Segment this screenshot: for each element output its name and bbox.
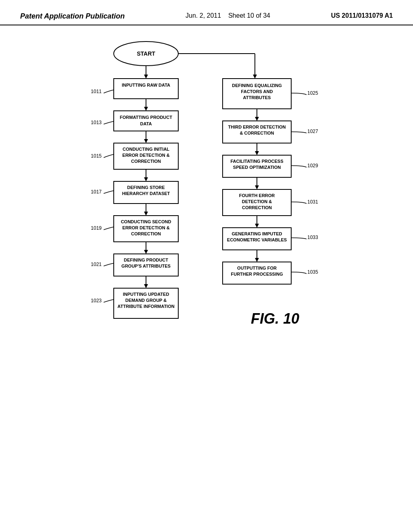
svg-text:1017: 1017 (91, 189, 102, 195)
date: Jun. 2, 2011 (186, 12, 221, 19)
svg-text:1033: 1033 (307, 235, 318, 240)
svg-text:1021: 1021 (91, 262, 102, 267)
svg-marker-8 (144, 107, 148, 111)
svg-text:1035: 1035 (307, 269, 318, 275)
svg-text:INPUTTING UPDATED: INPUTTING UPDATED (123, 292, 169, 297)
patent-number: US 2011/0131079 A1 (331, 12, 393, 19)
svg-text:1015: 1015 (91, 153, 102, 159)
svg-marker-67 (255, 185, 259, 189)
svg-text:CORRECTION: CORRECTION (131, 159, 161, 164)
svg-text:HIERARCHY DATASET: HIERARCHY DATASET (122, 191, 170, 196)
svg-marker-21 (144, 177, 148, 181)
svg-marker-40 (144, 284, 148, 288)
svg-text:1013: 1013 (91, 120, 102, 125)
svg-text:CONDUCTING INITIAL: CONDUCTING INITIAL (123, 147, 169, 152)
svg-text:OUTPUTTING FOR: OUTPUTTING FOR (237, 266, 277, 270)
svg-text:CONDUCTING SECOND: CONDUCTING SECOND (121, 219, 171, 224)
svg-text:DEFINING PRODUCT: DEFINING PRODUCT (124, 258, 168, 262)
svg-text:GROUP'S ATTRIBUTES: GROUP'S ATTRIBUTES (121, 264, 171, 268)
svg-marker-34 (144, 250, 148, 254)
svg-text:& CORRECTION: & CORRECTION (240, 131, 274, 135)
svg-text:DATA: DATA (140, 121, 152, 126)
svg-text:DEMAND GROUP &: DEMAND GROUP & (125, 298, 167, 303)
svg-text:1025: 1025 (307, 90, 318, 96)
svg-rect-9 (114, 111, 178, 131)
svg-marker-3 (144, 75, 148, 79)
svg-marker-74 (255, 224, 259, 228)
svg-text:1027: 1027 (307, 129, 318, 134)
svg-marker-61 (255, 151, 259, 155)
header-center: Jun. 2, 2011 Sheet 10 of 34 (186, 12, 270, 19)
svg-text:1023: 1023 (91, 298, 102, 303)
svg-text:1029: 1029 (307, 163, 318, 168)
svg-text:FORMATTING PRODUCT: FORMATTING PRODUCT (120, 115, 172, 120)
svg-text:FIG. 10: FIG. 10 (251, 310, 299, 327)
sheet-info: Sheet 10 of 34 (228, 12, 270, 19)
svg-text:THIRD ERROR DETECTION: THIRD ERROR DETECTION (228, 125, 286, 129)
svg-text:ATTRIBUTES: ATTRIBUTES (243, 95, 271, 100)
svg-text:1031: 1031 (307, 199, 318, 205)
svg-text:ERROR DETECTION &: ERROR DETECTION & (122, 153, 169, 158)
svg-text:ATTRIBUTE INFORMATION: ATTRIBUTE INFORMATION (117, 304, 174, 309)
svg-text:FOURTH ERROR: FOURTH ERROR (239, 193, 275, 198)
svg-marker-55 (255, 117, 259, 121)
svg-marker-14 (144, 139, 148, 143)
svg-text:SPEED OPTIMIZATION: SPEED OPTIMIZATION (233, 165, 281, 170)
svg-marker-48 (253, 75, 257, 79)
svg-text:FACILITATING PROCESS: FACILITATING PROCESS (231, 159, 284, 164)
svg-text:START: START (137, 50, 155, 57)
svg-marker-80 (255, 258, 259, 262)
svg-text:FACTORS AND: FACTORS AND (241, 89, 273, 94)
svg-text:DEFINING EQUALIZING: DEFINING EQUALIZING (232, 83, 282, 88)
svg-text:CORRECTION: CORRECTION (131, 231, 161, 236)
svg-text:CORRECTION: CORRECTION (242, 205, 272, 210)
diagram-area: START INPUTTING RAW DATA 1011 FORMATTING… (0, 25, 413, 501)
svg-text:1019: 1019 (91, 225, 102, 231)
publication-title: Patent Application Publication (20, 12, 125, 21)
svg-text:ECONOMETRIC VARIABLES: ECONOMETRIC VARIABLES (227, 237, 287, 242)
svg-marker-27 (144, 212, 148, 216)
svg-text:1011: 1011 (91, 89, 102, 94)
svg-text:GENERATING IMPUTED: GENERATING IMPUTED (232, 231, 282, 236)
svg-text:ERROR DETECTION &: ERROR DETECTION & (122, 225, 169, 230)
flowchart-svg: START INPUTTING RAW DATA 1011 FORMATTING… (61, 33, 352, 477)
svg-text:DEFINING STORE: DEFINING STORE (127, 185, 165, 190)
svg-text:FURTHER PROCESSING: FURTHER PROCESSING (231, 272, 283, 276)
svg-text:DETECTION &: DETECTION & (242, 199, 272, 204)
page-header: Patent Application Publication Jun. 2, 2… (0, 0, 413, 25)
svg-rect-4 (114, 79, 178, 99)
svg-text:INPUTTING RAW DATA: INPUTTING RAW DATA (122, 83, 170, 87)
